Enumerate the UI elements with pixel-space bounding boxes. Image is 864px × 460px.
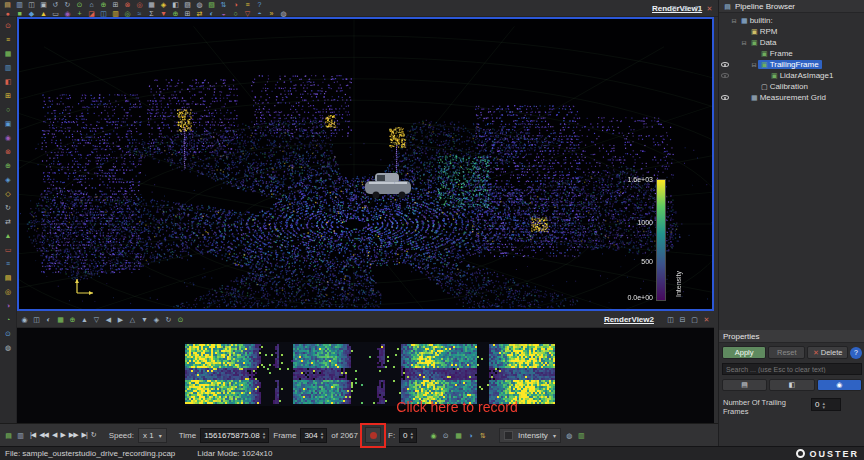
pipeline-item-trailingframe[interactable]: ⊟▣TrailingFrame bbox=[719, 59, 864, 70]
rescale-range-icon[interactable]: ⇅ bbox=[219, 0, 228, 9]
timer-log-icon[interactable]: ◔ bbox=[4, 315, 13, 324]
tree-expander-icon[interactable]: ⊟ bbox=[740, 39, 748, 46]
color-legend-icon[interactable]: ▦ bbox=[454, 431, 463, 440]
pipeline-item-builtin[interactable]: ⊟▦builtin: bbox=[719, 15, 864, 26]
surface-representation-icon[interactable]: ◧ bbox=[171, 0, 180, 9]
undo-icon[interactable]: ↺ bbox=[51, 0, 60, 9]
measure-icon[interactable]: ≡ bbox=[4, 35, 13, 44]
renderview2-title[interactable]: RenderView2 bbox=[604, 315, 654, 324]
apply-button[interactable]: Apply bbox=[722, 346, 766, 359]
color-by-select[interactable]: Intensity ▾ bbox=[499, 428, 561, 443]
spreadsheet-view-icon[interactable]: ▦ bbox=[4, 49, 13, 58]
pipeline-item-frame[interactable]: ▣Frame bbox=[719, 48, 864, 59]
pipeline-item-measurement-grid[interactable]: ▦Measurement Grid bbox=[719, 92, 864, 103]
edit-color-map-icon[interactable]: ◑ bbox=[466, 431, 475, 440]
histogram-view-icon[interactable]: ▥ bbox=[4, 63, 13, 72]
camera-3d-icon[interactable]: ◈ bbox=[4, 175, 13, 184]
wireframe-representation-icon[interactable]: ▨ bbox=[183, 0, 192, 9]
ruler-icon[interactable]: ≡ bbox=[243, 0, 252, 9]
maximize-view-icon[interactable]: ▢ bbox=[693, 4, 702, 13]
rotate-view-icon[interactable]: ↻ bbox=[4, 203, 13, 212]
help-button[interactable]: ? bbox=[850, 347, 862, 359]
zoom-box-icon[interactable]: ⊕ bbox=[4, 161, 13, 170]
time-field[interactable]: 1561675875.08 ▴▾ bbox=[200, 428, 269, 443]
set-rotation-center-icon[interactable]: ⊗ bbox=[123, 0, 132, 9]
spinner-arrows-icon[interactable]: ▴▾ bbox=[321, 431, 324, 439]
open-file-icon[interactable]: ▤ bbox=[3, 0, 12, 9]
select-points-icon[interactable]: ○ bbox=[4, 105, 13, 114]
crop-view-icon[interactable]: ▭ bbox=[4, 245, 13, 254]
auto-apply-icon[interactable]: ⊙ bbox=[75, 0, 84, 9]
palette-toggle-icon[interactable]: ◑ bbox=[4, 301, 13, 310]
display-tab-button[interactable]: ◧ bbox=[769, 379, 814, 391]
orientation-axes-icon[interactable]: ◈ bbox=[159, 0, 168, 9]
settings-icon[interactable]: ◍ bbox=[4, 343, 13, 352]
point-cloud-canvas[interactable] bbox=[19, 19, 712, 309]
fly-mode-icon[interactable]: ▲ bbox=[4, 231, 13, 240]
maximize-view-icon[interactable]: ▢ bbox=[690, 315, 699, 324]
close-view-icon[interactable]: ✕ bbox=[702, 315, 711, 324]
pick-center-icon[interactable]: ◎ bbox=[135, 0, 144, 9]
add-layer-icon[interactable]: ▥ bbox=[16, 431, 25, 440]
last-frame-icon[interactable]: ▶| bbox=[81, 430, 88, 440]
help-icon[interactable]: ? bbox=[255, 0, 264, 9]
pan-view-icon[interactable]: ⇄ bbox=[4, 217, 13, 226]
layer-manager-icon[interactable]: ▤ bbox=[4, 431, 13, 440]
visibility-eye-icon[interactable] bbox=[721, 73, 729, 78]
lasso-select-icon[interactable]: ◉ bbox=[4, 133, 13, 142]
toggle-grid-icon[interactable]: ▦ bbox=[56, 315, 65, 324]
visibility-eye-icon[interactable] bbox=[721, 95, 729, 100]
color-map-icon[interactable]: ▧ bbox=[207, 0, 216, 9]
render-view-2[interactable] bbox=[17, 328, 714, 423]
reset-camera-icon[interactable]: ⌂ bbox=[87, 0, 96, 9]
loop-icon[interactable]: ↻ bbox=[90, 430, 97, 440]
view-back-icon[interactable]: ▽ bbox=[92, 315, 101, 324]
interactive-select-icon[interactable]: ⊗ bbox=[4, 147, 13, 156]
render-view-1[interactable]: 1.6e+03 1000 500 0.0e+00 Intensity bbox=[17, 17, 714, 311]
link-view-icon[interactable]: ⊙ bbox=[176, 315, 185, 324]
measure-grid-icon[interactable]: ≡ bbox=[4, 259, 13, 268]
zoom-to-box-icon[interactable]: ⊞ bbox=[111, 0, 120, 9]
reset-button[interactable]: Reset bbox=[768, 346, 805, 359]
realtime-mode-icon[interactable]: ⊙ bbox=[441, 431, 450, 440]
spinner-arrows-icon[interactable]: ▴▾ bbox=[411, 431, 414, 439]
play-icon[interactable]: ▶ bbox=[59, 430, 65, 440]
view-front-icon[interactable]: ▲ bbox=[80, 315, 89, 324]
copy-image-icon[interactable]: ◫ bbox=[32, 315, 41, 324]
split-horizontal-icon[interactable]: ◫ bbox=[666, 315, 675, 324]
spinner-arrows-icon[interactable]: ▴▾ bbox=[263, 431, 266, 439]
first-frame-icon[interactable]: |◀ bbox=[29, 430, 36, 440]
zoom-to-data-icon[interactable]: ⊕ bbox=[99, 0, 108, 9]
view-right-icon[interactable]: ▶ bbox=[116, 315, 125, 324]
properties-header[interactable]: Properties bbox=[719, 330, 864, 343]
view-top-icon[interactable]: △ bbox=[128, 315, 137, 324]
edit-color-icon[interactable]: ◑ bbox=[231, 0, 240, 9]
pipeline-item-calibration[interactable]: ▢Calibration bbox=[719, 81, 864, 92]
show-axes-grid-icon[interactable]: ▦ bbox=[147, 0, 156, 9]
search-input[interactable] bbox=[722, 363, 862, 375]
adjust-exposure-icon[interactable]: ◐ bbox=[44, 315, 53, 324]
copy-view-icon[interactable]: ▣ bbox=[39, 0, 48, 9]
light-toggle-icon[interactable]: ◎ bbox=[4, 287, 13, 296]
snap-timesteps-icon[interactable]: ◉ bbox=[429, 431, 438, 440]
trailing-count-field[interactable]: 0 ▴▾ bbox=[399, 428, 417, 443]
record-button[interactable] bbox=[365, 427, 381, 443]
delete-button[interactable]: ✕ Delete bbox=[807, 346, 848, 359]
pipeline-item-rpm[interactable]: ▣RPM bbox=[719, 26, 864, 37]
spinner-arrows-icon[interactable]: ▴▾ bbox=[822, 401, 825, 409]
lidar-image-canvas[interactable] bbox=[185, 342, 555, 406]
split-vertical-icon[interactable]: ⊟ bbox=[678, 315, 687, 324]
split-horizontal-icon[interactable]: ◫ bbox=[669, 4, 678, 13]
points-representation-icon[interactable]: ◍ bbox=[195, 0, 204, 9]
tree-expander-icon[interactable]: ⊟ bbox=[750, 61, 758, 68]
properties-tab-button[interactable]: ▤ bbox=[722, 379, 767, 391]
trailing-frames-field[interactable]: 0 ▴▾ bbox=[811, 398, 841, 411]
rotate-90-icon[interactable]: ↻ bbox=[164, 315, 173, 324]
split-vertical-icon[interactable]: ⊟ bbox=[681, 4, 690, 13]
pipeline-item-lidarasimage1[interactable]: ▣LidarAsImage1 bbox=[719, 70, 864, 81]
tree-expander-icon[interactable]: ⊟ bbox=[730, 17, 738, 24]
view-bottom-icon[interactable]: ▼ bbox=[140, 315, 149, 324]
frame-field[interactable]: 304 ▴▾ bbox=[300, 428, 327, 443]
save-screenshot-icon[interactable]: ◫ bbox=[27, 0, 36, 9]
step-forward-icon[interactable]: ▶▶ bbox=[68, 430, 79, 440]
